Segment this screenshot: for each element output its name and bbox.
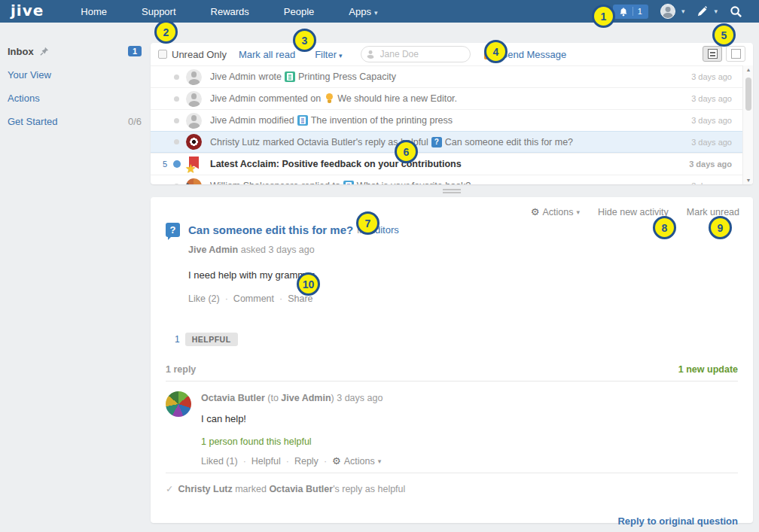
bell-icon — [619, 7, 628, 17]
sidebar-item-your-view[interactable]: Your View — [8, 69, 51, 81]
row-title: We should hire a new Editor. — [337, 93, 457, 104]
user-menu[interactable]: ▾ — [660, 4, 685, 19]
nav-item-home[interactable]: Home — [63, 6, 124, 17]
nav-item-rewards[interactable]: Rewards — [194, 6, 267, 17]
row-actor: William Shakespeare — [210, 181, 298, 184]
reply-action-links: Liked (1) · Helpful · Reply · ⚙Actions▾ — [201, 455, 738, 467]
annotation-circle-3: 3 — [293, 29, 316, 52]
unread-only-label[interactable]: Unread Only — [172, 49, 227, 60]
detail-actions-dropdown[interactable]: ⚙Actions▾ — [531, 206, 580, 217]
gear-icon: ⚙ — [332, 455, 341, 467]
people-search-input[interactable] — [361, 46, 471, 62]
row-timestamp: 3 days ago — [691, 72, 732, 81]
divider — [166, 473, 738, 473]
helpful-link[interactable]: Helpful — [251, 456, 281, 467]
row-text: Latest Acclaim: Positive feedback on you… — [210, 159, 681, 169]
question-title-link[interactable]: Can someone edit this for me? — [188, 223, 353, 236]
pin-icon[interactable] — [40, 47, 49, 56]
sidebar-item-actions[interactable]: Actions — [8, 93, 40, 104]
sidebar: Inbox 1 Your View Actions Get Started 0/… — [0, 23, 151, 138]
inbox-rows: Jive AdminwrotePrinting Press Capacity3 … — [151, 65, 742, 184]
reply-link[interactable]: Reply — [294, 456, 319, 467]
row-text: Jive AdminwrotePrinting Press Capacity — [210, 71, 684, 82]
row-timestamp: 3 days ago — [691, 181, 732, 184]
reply-actions-dropdown[interactable]: ⚙Actions▾ — [332, 455, 381, 467]
search-icon[interactable] — [730, 5, 742, 18]
row-timestamp: 3 days ago — [689, 160, 732, 169]
liked-link[interactable]: Liked (1) — [201, 456, 238, 467]
inbox-row[interactable]: Jive AdminwrotePrinting Press Capacity3 … — [151, 65, 742, 87]
reply-body: I can help! — [201, 413, 738, 424]
mark-unread-link[interactable]: Mark unread — [687, 207, 739, 217]
avatar-person-icon — [186, 69, 202, 85]
sidebar-item-get-started[interactable]: Get Started — [8, 116, 57, 127]
scroll-down-icon[interactable]: ▼ — [743, 178, 753, 183]
row-actor: Jive Admin — [210, 71, 255, 82]
reply-time: 3 days ago — [337, 393, 383, 403]
split-view-button[interactable] — [703, 46, 722, 62]
avatar-mosaic2-icon — [186, 178, 202, 185]
reply-to-prefix: (to — [267, 393, 279, 403]
mark-all-read-link[interactable]: Mark all read — [239, 49, 295, 60]
scroll-up-icon[interactable]: ▲ — [743, 67, 753, 72]
create-menu[interactable]: ▾ — [697, 6, 718, 17]
notifications-button[interactable]: 1 — [613, 5, 648, 19]
scrollbar-thumb[interactable] — [745, 78, 751, 111]
question-body: I need help with my grammar. — [188, 269, 738, 281]
nav-item-apps[interactable]: Apps▾ — [331, 6, 395, 17]
reply-helpful-note: 1 person found this helpful — [201, 436, 738, 447]
annotation-circle-7: 7 — [356, 211, 380, 235]
row-title: Latest Acclaim: Positive feedback on you… — [210, 159, 462, 169]
get-started-progress: 0/6 — [128, 116, 142, 127]
row-timestamp: 3 days ago — [691, 94, 732, 103]
sidebar-item-inbox[interactable]: Inbox — [8, 46, 34, 57]
inbox-row[interactable]: Jive AdminmodifiedThe invention of the p… — [151, 109, 742, 131]
nav-item-support[interactable]: Support — [124, 6, 194, 17]
inbox-row[interactable]: 5Latest Acclaim: Positive feedback on yo… — [151, 153, 742, 175]
reply-to-original-link[interactable]: Reply to original question — [166, 515, 738, 527]
inbox-unread-badge: 1 — [128, 46, 142, 56]
unread-only-checkbox[interactable] — [158, 50, 167, 59]
avatar — [660, 4, 675, 19]
reply-count-label: 1 reply — [166, 364, 196, 375]
like-link[interactable]: Like (2) — [188, 293, 220, 304]
jive-logo[interactable]: jive — [0, 2, 63, 21]
list-scrollbar[interactable]: ▲ ▼ — [742, 65, 753, 184]
new-update-link[interactable]: 1 new update — [678, 364, 738, 375]
caret-down-icon: ▾ — [339, 52, 343, 59]
nav-item-people[interactable]: People — [267, 6, 331, 17]
filter-dropdown[interactable]: Filter▾ — [315, 49, 342, 60]
reply-meta: Octavia Butler (to Jive Admin) 3 days ag… — [201, 393, 738, 403]
row-action: wrote — [258, 71, 282, 82]
nav-apps-label: Apps — [349, 6, 371, 17]
separator: · — [225, 293, 228, 304]
inbox-row[interactable]: William Shakespearereplied toWhat is you… — [151, 175, 742, 184]
reply-actions-label: Actions — [344, 456, 375, 467]
avatar-octavia-butler[interactable] — [166, 391, 191, 417]
read-dot-icon — [174, 74, 179, 80]
hide-new-activity-link[interactable]: Hide new activity — [598, 207, 669, 217]
avatar-person-icon — [186, 91, 202, 107]
replies-header: 1 reply 1 new update — [166, 364, 738, 375]
row-actor: Christy Lutz — [210, 137, 260, 147]
inbox-row[interactable]: Christy Lutzmarked Octavia Butler's repl… — [151, 131, 742, 153]
full-view-button[interactable] — [726, 46, 745, 62]
comment-link[interactable]: Comment — [233, 293, 274, 304]
row-text: Jive AdminmodifiedThe invention of the p… — [210, 115, 684, 126]
inbox-list-panel: Unread Only Mark all read Filter▾ Send M… — [151, 43, 753, 184]
reply-to-author[interactable]: Jive Admin — [281, 393, 331, 403]
full-view-icon — [731, 49, 741, 59]
separator: · — [324, 456, 327, 467]
inbox-row[interactable]: Jive Admincommented onWe should hire a n… — [151, 87, 742, 109]
row-title: What is your favorite book? — [357, 181, 471, 184]
read-dot-icon — [174, 184, 179, 185]
reply-author[interactable]: Octavia Butler — [201, 393, 265, 403]
top-nav: jive Home Support Rewards People Apps▾ 1… — [0, 0, 759, 23]
panel-resize-handle[interactable] — [443, 189, 461, 195]
reply-to-suffix: ) — [331, 393, 334, 403]
question-author[interactable]: Jive Admin — [188, 245, 238, 255]
row-text: Christy Lutzmarked Octavia Butler's repl… — [210, 137, 684, 147]
helpful-badge: HELPFUL — [185, 333, 238, 346]
person-icon — [366, 49, 376, 59]
row-action: replied to — [301, 181, 340, 184]
